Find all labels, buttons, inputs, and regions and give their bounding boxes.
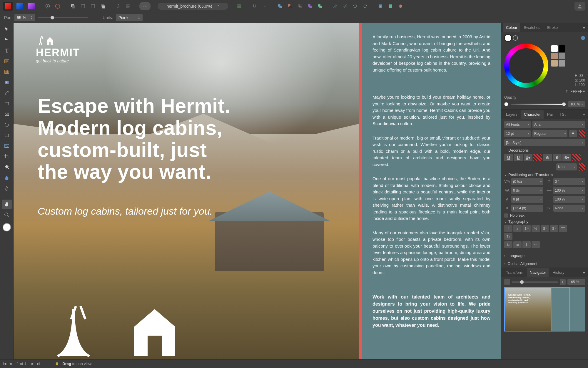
tab-paragraph[interactable]: Par — [544, 110, 556, 119]
subscript-btn[interactable]: S2 — [550, 225, 558, 232]
op-divide-icon[interactable] — [306, 2, 314, 10]
pan-tool[interactable] — [2, 200, 12, 209]
snapping-options-icon[interactable] — [260, 2, 269, 10]
fill-colour-well[interactable] — [504, 34, 512, 42]
colour-panel-menu-icon[interactable]: ≡ — [582, 25, 586, 30]
sw-black[interactable] — [559, 45, 565, 52]
arrange-front-icon[interactable] — [69, 2, 77, 10]
tab-text-styles[interactable]: TSt — [557, 110, 568, 119]
transparency-tool[interactable] — [2, 173, 12, 183]
ligatures-btn[interactable]: fi — [504, 225, 512, 232]
alt-a-btn[interactable]: a — [513, 225, 522, 232]
vector-crop-tool[interactable] — [2, 152, 12, 161]
opacity-field[interactable]: 100 %▾ — [568, 101, 585, 107]
font-weight-dropdown[interactable]: Regular▾ — [532, 130, 567, 137]
colour-wheel[interactable] — [504, 44, 548, 88]
canvas[interactable]: HERMIT get back to nature Escape with He… — [14, 23, 501, 359]
document-title[interactable]: hermit_brochure (65.0%)* — [158, 3, 228, 10]
account-icon[interactable] — [574, 2, 585, 11]
arrange-forward-icon[interactable] — [79, 2, 87, 10]
smallcaps-btn[interactable]: Tᴛ — [504, 233, 512, 240]
decoration-style-dropdown[interactable]: None▾ — [556, 163, 577, 170]
preview-mode-icon[interactable] — [139, 2, 151, 10]
flip-horizontal-icon[interactable] — [331, 2, 339, 10]
fill-tool[interactable] — [2, 163, 12, 172]
nav-zoom-out-btn[interactable]: − — [504, 279, 510, 285]
underline-colour-btn[interactable]: U▾ — [524, 154, 532, 161]
place-image-tool[interactable] — [2, 141, 12, 151]
tab-transform[interactable]: Transform — [503, 268, 526, 277]
secondary-colour-well[interactable] — [581, 36, 585, 40]
hex-value[interactable]: FFFFFF — [570, 89, 585, 94]
zoom-slider[interactable] — [38, 17, 88, 18]
tracking-field[interactable]: 0 ‰▾ — [511, 187, 543, 194]
contextual-btn[interactable]: ſs — [504, 241, 512, 248]
hscale-field[interactable]: 100 %▾ — [553, 187, 585, 194]
strike-none-btn[interactable] — [572, 154, 581, 161]
tab-stroke[interactable]: Stroke — [544, 23, 561, 32]
nav-zoom-in-btn[interactable]: + — [560, 279, 566, 285]
snapping-icon[interactable] — [250, 2, 259, 10]
baseline-grid-field[interactable]: None▾ — [553, 205, 585, 212]
typography-header[interactable]: Typography — [508, 219, 528, 224]
ordinals-btn[interactable]: 1ˢᵗ — [522, 225, 531, 232]
font-collection-dropdown[interactable]: All Fonts▾ — [504, 121, 531, 128]
node-tool[interactable] — [2, 35, 12, 45]
persona-designer[interactable] — [15, 2, 25, 11]
document-setup-icon[interactable] — [44, 2, 52, 10]
pen-tool[interactable] — [2, 184, 12, 193]
swash-btn[interactable]: ʃ — [522, 241, 531, 248]
navigator-panel-menu-icon[interactable]: ≡ — [582, 270, 586, 275]
sw-tan[interactable] — [551, 53, 558, 59]
ellipse-tool[interactable] — [2, 120, 12, 130]
underline-btn[interactable]: U — [504, 154, 513, 161]
artistic-text-tool[interactable] — [2, 46, 12, 55]
fill-swatch[interactable] — [3, 223, 11, 231]
rotate-ccw-icon[interactable] — [351, 2, 359, 10]
page-prev-icon[interactable]: ◀ — [9, 362, 11, 366]
page-next-icon[interactable]: ▶ — [31, 362, 34, 366]
tab-navigator[interactable]: Navigator — [527, 268, 549, 277]
double-underline-btn[interactable]: U — [514, 154, 523, 161]
move-tool[interactable] — [2, 25, 12, 34]
op-intersect-icon[interactable] — [296, 2, 304, 10]
baseline-field[interactable]: 0 pt▾ — [511, 196, 543, 203]
tab-colour[interactable]: Colour — [503, 23, 520, 32]
zoom-field[interactable]: 65 %▲▼ — [14, 14, 35, 21]
frame-text-tool[interactable] — [2, 57, 12, 66]
rectangle-tool[interactable] — [2, 99, 12, 108]
op-subtract-icon[interactable] — [286, 2, 294, 10]
text-wrap-icon[interactable] — [124, 2, 132, 10]
table-tool[interactable] — [2, 67, 12, 77]
section-manager-icon[interactable] — [386, 2, 395, 10]
rotate-cw-icon[interactable] — [361, 2, 369, 10]
tab-history[interactable]: History — [549, 268, 567, 277]
font-size-field[interactable]: 12 pt▾ — [504, 130, 531, 137]
fractions-btn[interactable]: ½ — [532, 225, 540, 232]
baseline-grid-icon[interactable] — [235, 2, 243, 10]
shape-text-tool[interactable]: A — [2, 78, 12, 87]
flip-vertical-icon[interactable] — [341, 2, 349, 10]
positioning-header[interactable]: Positioning and Transform — [508, 173, 553, 177]
preflight-icon[interactable] — [376, 2, 385, 10]
sw-grey[interactable] — [559, 53, 565, 59]
double-strike-btn[interactable]: S — [553, 154, 562, 161]
sw-sand[interactable] — [551, 60, 558, 67]
font-favorite-icon[interactable]: ❤ — [569, 130, 577, 137]
titling-btn[interactable]: TT — [559, 225, 567, 232]
op-add-icon[interactable] — [276, 2, 284, 10]
units-dropdown[interactable]: Pixels▲▼ — [116, 14, 143, 21]
char-panel-menu-icon[interactable]: ≡ — [582, 112, 586, 117]
picture-frame-tool[interactable] — [2, 110, 12, 119]
language-section[interactable]: ›Language — [501, 252, 588, 260]
stroke-colour-well[interactable] — [513, 35, 518, 41]
more-typo-btn[interactable]: ⋯ — [532, 241, 540, 248]
vscale-field[interactable]: 100 %▾ — [553, 196, 585, 203]
opacity-slider[interactable] — [511, 104, 566, 105]
arrange-back-icon[interactable] — [99, 2, 107, 10]
persona-publisher[interactable] — [3, 2, 13, 11]
resource-manager-icon[interactable] — [396, 2, 405, 10]
zoom-tool[interactable] — [2, 210, 12, 220]
shear-field[interactable]: 0 °▾ — [553, 178, 585, 185]
superscript-btn[interactable]: S2 — [541, 225, 549, 232]
